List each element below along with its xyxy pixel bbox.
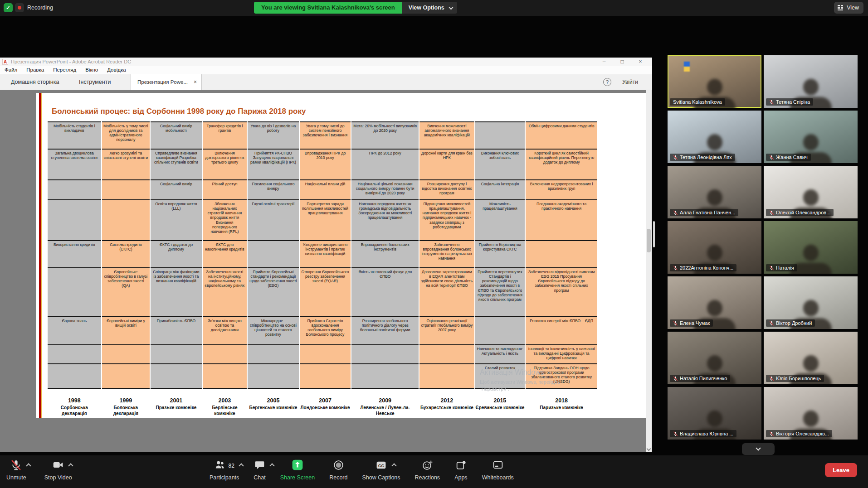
tab-tools[interactable]: Інструменти (73, 74, 117, 90)
participant-name: Віктор Дробний (776, 320, 812, 326)
acrobat-reader-window: A Презентация PowerPoint - Adobe Acrobat… (0, 58, 652, 452)
participant-tile[interactable]: Наталія Пилипченко (668, 332, 761, 384)
table-cell: Можливість працевлаштування (475, 199, 525, 240)
acrobat-title-bar[interactable]: A Презентация PowerPoint - Adobe Acrobat… (0, 58, 652, 66)
sign-in-button[interactable]: Увійти (622, 74, 638, 90)
leave-button[interactable]: Leave (825, 463, 857, 477)
menu-window[interactable]: Вікно (81, 66, 102, 74)
toolbar-participants-button[interactable]: 82Participants (210, 459, 239, 481)
menu-file[interactable]: Файл (0, 66, 22, 74)
participant-name: Наталія Пилипченко (680, 376, 727, 381)
menu-view[interactable]: Перегляд (49, 66, 81, 74)
table-cell: Впровадження болонських інструментів (351, 240, 419, 267)
participant-tile[interactable]: Елена Чумак (668, 276, 761, 329)
table-cell: Мобільність у тому числі для дослідників… (102, 121, 150, 149)
chevron-up-icon[interactable] (269, 463, 274, 468)
tab-home[interactable]: Домашня сторінка (5, 74, 65, 90)
chevron-up-icon[interactable] (391, 463, 396, 468)
table-cell: Підтримка Завдань ООН щодо довгостроково… (526, 363, 597, 389)
reactions-icon (422, 459, 433, 472)
table-cell: Обмін цифровими даними студентів (526, 121, 597, 149)
participant-tile[interactable]: Владислава Юріївна ... (668, 387, 761, 440)
participant-name: 2022Антоніна Кононч... (680, 265, 733, 271)
toolbar-item-label: Apps (454, 474, 468, 481)
table-cell (48, 179, 101, 199)
table-cell: Сталий розвиток (475, 363, 525, 389)
table-cell: Прийнято Європейські стандарти і рекомен… (248, 267, 299, 316)
participant-name: Юлія Боришполець (776, 376, 821, 381)
minimize-button[interactable]: – (595, 58, 613, 66)
table-cell (102, 199, 150, 240)
table-cell: Виконання ключових зобов'язань (475, 149, 525, 179)
tab-document[interactable]: Презентация Powe... × (131, 74, 202, 90)
table-cell: Справедливе визнання кваліфікацій Розроб… (151, 149, 202, 179)
scrollbar-thumb[interactable] (647, 229, 651, 252)
declaration-label: Болонська декларація (102, 404, 150, 416)
table-cell: НРК до 2012 року (351, 149, 419, 179)
participant-tile[interactable]: 2022Антоніна Кононч... (668, 221, 761, 274)
participant-name-label: Тетяна Леонідівна Лях (670, 154, 735, 161)
security-shield-icon[interactable]: ✓ (4, 3, 13, 12)
year-label: 2005 (248, 392, 299, 404)
chevron-up-icon[interactable] (68, 463, 73, 468)
participant-tile[interactable]: Віктор Дробний (764, 276, 858, 329)
year-label: 2001 (151, 392, 202, 404)
table-cell (526, 240, 597, 267)
participant-tile[interactable]: Жанна Савич (764, 111, 858, 163)
muted-mic-icon (673, 210, 678, 215)
participant-tile[interactable]: Алла Гнатівна Панчен... (668, 166, 761, 218)
toolbar-reactions-button[interactable]: Reactions (415, 459, 440, 481)
help-icon[interactable]: ? (603, 78, 611, 86)
table-cell (475, 121, 525, 149)
chevron-up-icon[interactable] (239, 463, 244, 468)
vertical-scrollbar[interactable] (646, 90, 652, 452)
participant-name-label: 2022Антоніна Кононч... (670, 264, 736, 271)
view-options-button[interactable]: View Options (402, 2, 457, 14)
participant-tile[interactable]: Олексій Олександров... (764, 166, 858, 218)
toolbar-item-label: Unmute (6, 474, 26, 481)
table-cell: Інновації та інклюзивність у навчанні та… (526, 344, 597, 363)
more-participants-button[interactable] (742, 443, 775, 455)
close-button[interactable]: × (631, 58, 649, 66)
participant-tile[interactable]: Тетяна Леонідівна Лях (668, 111, 761, 163)
participant-tile[interactable]: Svitlana Kalashnikova (668, 55, 761, 108)
table-cell: Вивчення можливості автоматичного визнан… (419, 121, 474, 149)
declaration-label: Левенське / Лувен-ла-Невське (351, 404, 419, 416)
acrobat-tab-bar: Домашня сторінка Інструменти Презентация… (0, 74, 652, 90)
scroll-down-icon[interactable] (647, 447, 651, 451)
table-cell (351, 344, 419, 363)
table-cell (48, 363, 101, 389)
participant-tile[interactable]: Тетяна Спіріна (764, 55, 858, 108)
table-cell: Зв'язки між вищою освітою та дослідження… (203, 316, 247, 344)
tab-close-icon[interactable]: × (194, 74, 197, 90)
menu-edit[interactable]: Правка (22, 66, 49, 74)
view-button[interactable]: View (834, 2, 863, 14)
participant-tile[interactable]: Юлія Боришполець (764, 332, 858, 384)
table-cell: Забезпечення відповідності вимогам ESG 2… (526, 267, 597, 316)
recording-indicator[interactable] (15, 3, 24, 12)
table-cell: Посилення соціального виміру (248, 179, 299, 199)
table-cell (102, 363, 150, 389)
participant-tile[interactable]: Наталія (764, 221, 858, 274)
toolbar-stop-video-button[interactable]: Stop Video (44, 459, 72, 481)
toolbar-chat-button[interactable]: Chat (254, 459, 265, 481)
toolbar-item-label: Whiteboards (482, 474, 514, 481)
declaration-label: Берлінське комюніке (203, 404, 247, 416)
toolbar-unmute-button[interactable]: Unmute (6, 459, 26, 481)
toolbar-show-captions-button[interactable]: CCShow Captions (362, 459, 400, 481)
table-cell: Прийняття Керівництва користувача ЄКТС (475, 240, 525, 267)
menu-help[interactable]: Довідка (102, 66, 130, 74)
table-cell: Соціальний вимір мобільності (151, 121, 202, 149)
muted-mic-icon (673, 431, 678, 436)
toolbar-apps-button[interactable]: Apps (454, 459, 468, 481)
toolbar-whiteboards-button[interactable]: Whiteboards (482, 459, 514, 481)
maximize-button[interactable]: □ (613, 58, 631, 66)
participant-name: Жанна Савич (776, 155, 808, 160)
toolbar-record-button[interactable]: Record (329, 459, 347, 481)
viewing-banner: You are viewing Svitlana Kalashnikova's … (254, 2, 402, 14)
unmute-icon (10, 459, 22, 472)
participant-tile[interactable]: Вікторія Олександрів... (764, 387, 858, 440)
toolbar-share-screen-button[interactable]: Share Screen (280, 459, 315, 481)
participant-name-label: Наталія (766, 264, 797, 271)
chevron-up-icon[interactable] (26, 463, 31, 468)
